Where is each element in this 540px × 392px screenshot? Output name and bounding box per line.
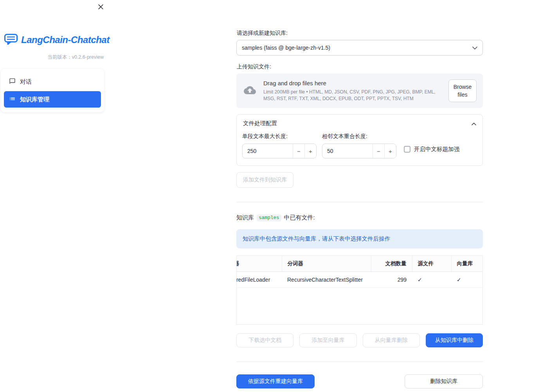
zh-title-enhance-checkbox-row[interactable]: 开启中文标题加强 (404, 146, 459, 153)
table-header-doc-count[interactable]: 文档数量 (371, 256, 412, 272)
overlap-size-label: 相邻文本重合长度: (322, 133, 396, 140)
files-table[interactable]: 文档加载器 分词器 文档数量 源文件 向量库 UnstructuredFileL… (236, 255, 483, 325)
upload-label: 上传知识文件: (237, 63, 483, 70)
kb-select-label: 请选择或新建知识库: (237, 30, 483, 37)
chunk-size-label: 单段文本最大长度: (242, 133, 317, 140)
page: LangChain-Chatchat 当前版本：v0.2.6-preview 对… (0, 0, 540, 392)
chevron-up-icon (472, 120, 476, 127)
sidebar-item-dialogue[interactable]: 对话 (4, 74, 101, 90)
dropzone-title: Drag and drop files here (263, 80, 442, 86)
sidebar-close-button[interactable] (97, 4, 104, 11)
add-files-button[interactable]: 添加文件到知识库 (236, 172, 293, 188)
dropzone-limit-text: Limit 200MB per file • HTML, MD, JSON, C… (263, 89, 442, 102)
delete-from-vector-store-button[interactable]: 从向量库删除 (363, 333, 420, 347)
zh-title-enhance-checkbox[interactable] (404, 146, 410, 153)
delete-from-kb-button[interactable]: 从知识库中删除 (426, 333, 483, 347)
kb-files-suffix: 中已有文件: (284, 214, 315, 221)
app-title: LangChain-Chatchat (21, 34, 110, 45)
version-label: 当前版本：v0.2.6-preview (47, 54, 104, 61)
overlap-size-group: 相邻文本重合长度: 50 − + (322, 133, 396, 158)
sidebar-item-label: 知识库管理 (20, 96, 49, 103)
kb-select-value: samples (faiss @ bge-large-zh-v1.5) (242, 45, 330, 51)
table-row[interactable]: UnstructuredFileLoader RecursiveCharacte… (236, 272, 483, 288)
chunk-size-input[interactable]: 250 − + (242, 144, 317, 158)
cell-splitter: RecursiveCharacterTextSplitter (282, 272, 371, 288)
expander-header[interactable]: 文件处理配置 (237, 115, 482, 132)
sidebar-item-label: 对话 (20, 78, 32, 86)
overlap-size-decrement-button[interactable]: − (373, 144, 384, 158)
file-config-expander: 文件处理配置 单段文本最大长度: 250 − + 相邻文本重合长度: (236, 114, 483, 166)
sidebar-item-knowledge-base[interactable]: 知识库管理 (4, 91, 101, 108)
dropzone-text: Drag and drop files here Limit 200MB per… (263, 80, 442, 102)
cell-doc-count: 299 (371, 272, 412, 288)
browse-files-button[interactable]: Browse files (448, 79, 477, 102)
cell-loader: UnstructuredFileLoader (236, 272, 282, 288)
file-action-buttons: 下载选中文档 添加至向量库 从向量库删除 从知识库中删除 (236, 333, 483, 347)
sidebar: LangChain-Chatchat 当前版本：v0.2.6-preview 对… (0, 0, 110, 392)
kb-management-buttons: 依据源文件重建向量库 删除知识库 (236, 374, 483, 388)
kb-select[interactable]: samples (faiss @ bge-large-zh-v1.5) (236, 40, 483, 56)
overlap-size-value[interactable]: 50 (322, 144, 373, 158)
divider (236, 361, 483, 362)
expander-body: 单段文本最大长度: 250 − + 相邻文本重合长度: 50 − + (237, 132, 482, 165)
download-selected-button[interactable]: 下载选中文档 (236, 333, 293, 347)
chevron-down-icon (472, 45, 477, 51)
file-dropzone[interactable]: Drag and drop files here Limit 200MB per… (236, 74, 483, 108)
table-header-row: 文档加载器 分词器 文档数量 源文件 向量库 (236, 256, 483, 272)
divider (236, 202, 483, 202)
files-table-grid: 文档加载器 分词器 文档数量 源文件 向量库 UnstructuredFileL… (236, 256, 483, 288)
overlap-size-input[interactable]: 50 − + (322, 144, 396, 158)
table-header-splitter[interactable]: 分词器 (282, 256, 371, 272)
cell-vector-store-check: ✓ (451, 272, 483, 288)
chunk-size-value[interactable]: 250 (243, 144, 293, 158)
delete-kb-button[interactable]: 删除知识库 (405, 374, 483, 388)
main-content: 请选择或新建知识库: samples (faiss @ bge-large-zh… (236, 0, 483, 388)
zh-title-enhance-label: 开启中文标题加强 (414, 146, 459, 153)
kb-files-prefix: 知识库 (236, 214, 254, 221)
chunk-size-increment-button[interactable]: + (304, 144, 316, 158)
cloud-upload-icon (243, 84, 257, 98)
kb-files-heading: 知识库 samples 中已有文件: (236, 214, 483, 221)
table-header-source-file[interactable]: 源文件 (412, 256, 451, 272)
chunk-size-decrement-button[interactable]: − (293, 144, 304, 158)
chatchat-logo-icon (4, 33, 18, 47)
chat-bubble-icon (9, 78, 16, 86)
add-to-vector-store-button[interactable]: 添加至向量库 (299, 333, 356, 347)
app-logo: LangChain-Chatchat (4, 33, 110, 47)
rebuild-vector-store-button[interactable]: 依据源文件重建向量库 (236, 374, 315, 388)
chunk-size-group: 单段文本最大长度: 250 − + (242, 133, 317, 158)
close-icon (98, 4, 104, 11)
cell-source-file-check: ✓ (412, 272, 451, 288)
table-header-vector-store[interactable]: 向量库 (451, 256, 483, 272)
info-banner: 知识库中包含源文件与向量库，请从下表中选择文件后操作 (236, 229, 483, 248)
sidebar-menu: 对话 知识库管理 (1, 69, 104, 112)
expander-title: 文件处理配置 (243, 120, 277, 127)
kb-name-code: samples (257, 214, 281, 221)
table-header-loader[interactable]: 文档加载器 (236, 256, 282, 272)
overlap-size-increment-button[interactable]: + (384, 144, 396, 158)
list-icon (9, 95, 16, 103)
